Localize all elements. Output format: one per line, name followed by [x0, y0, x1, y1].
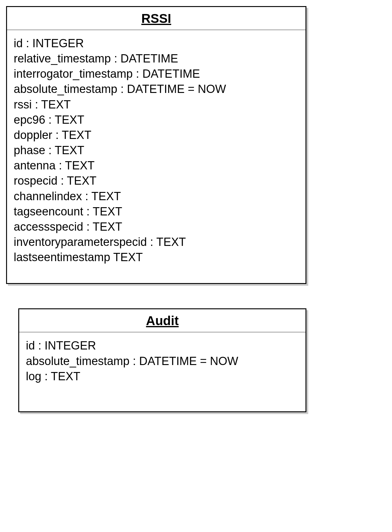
attribute-line: doppler : TEXT: [14, 127, 299, 143]
attribute-line: id : INTEGER: [26, 338, 299, 353]
attribute-line: relative_timestamp : DATETIME: [14, 51, 299, 66]
attribute-line: absolute_timestamp : DATETIME = NOW: [26, 353, 299, 369]
attribute-line: lastseentimestamp TEXT: [14, 250, 299, 265]
class-title-audit: Audit: [19, 309, 305, 332]
attribute-line: rospecid : TEXT: [14, 173, 299, 188]
attribute-line: phase : TEXT: [14, 143, 299, 158]
attribute-line: tagseencount : TEXT: [14, 204, 299, 219]
attribute-line: epc96 : TEXT: [14, 112, 299, 127]
attribute-line: log : TEXT: [26, 369, 299, 384]
attribute-line: id : INTEGER: [14, 36, 299, 51]
class-body-audit: id : INTEGER absolute_timestamp : DATETI…: [19, 332, 305, 411]
attribute-line: absolute_timestamp : DATETIME = NOW: [14, 81, 299, 97]
attribute-line: inventoryparameterspecid : TEXT: [14, 234, 299, 250]
attribute-line: accessspecid : TEXT: [14, 219, 299, 234]
class-title-rssi: RSSI: [7, 7, 305, 30]
class-box-audit: Audit id : INTEGER absolute_timestamp : …: [18, 308, 306, 412]
attribute-line: antenna : TEXT: [14, 158, 299, 173]
class-box-rssi: RSSI id : INTEGER relative_timestamp : D…: [6, 6, 306, 284]
attribute-line: interrogator_timestamp : DATETIME: [14, 66, 299, 81]
attribute-line: rssi : TEXT: [14, 97, 299, 112]
class-body-rssi: id : INTEGER relative_timestamp : DATETI…: [7, 30, 305, 283]
attribute-line: channelindex : TEXT: [14, 189, 299, 204]
